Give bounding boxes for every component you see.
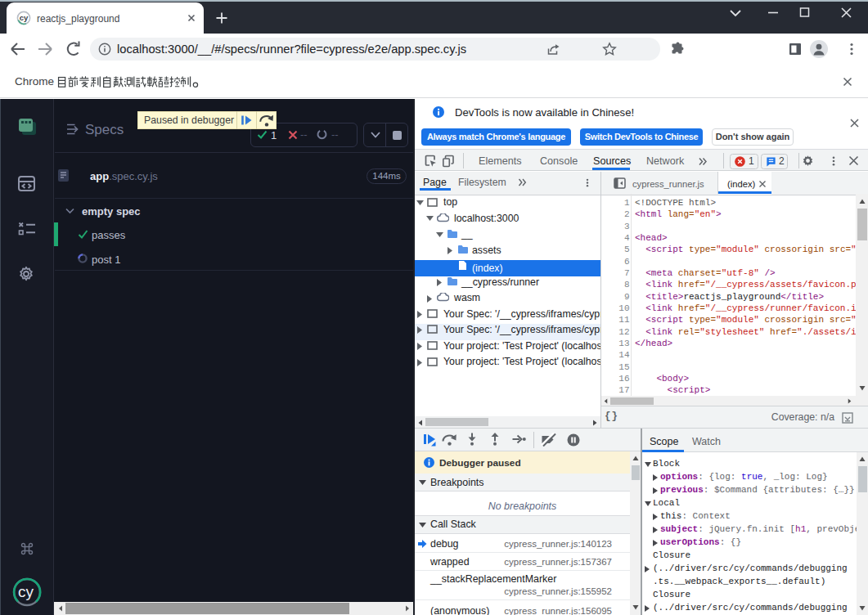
svg-text:cy: cy bbox=[20, 13, 29, 22]
svg-text:cy: cy bbox=[18, 583, 34, 600]
